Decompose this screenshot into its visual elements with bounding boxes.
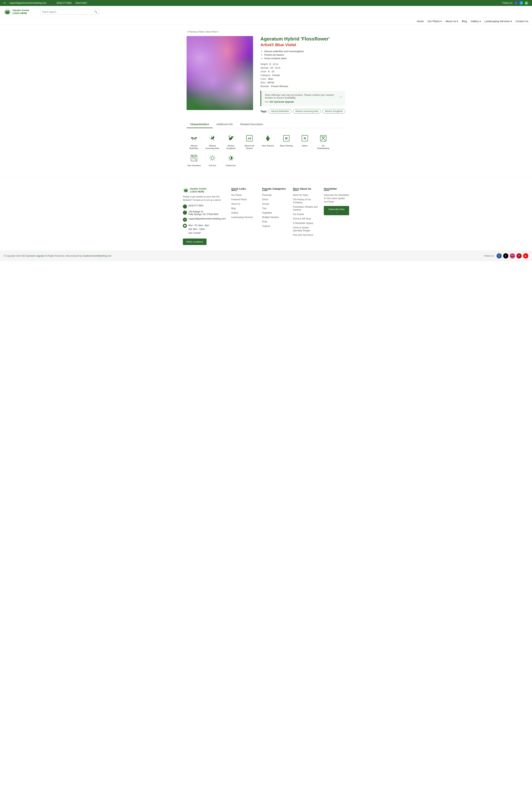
char-label-hummingbirds: Attracts Humming-birds xyxy=(205,144,220,150)
nav-gallery[interactable]: Gallery ▾ xyxy=(471,20,481,23)
svg-line-26 xyxy=(210,156,211,157)
char-label-heat: Heat Tolerant xyxy=(262,144,274,147)
char-partial-sun: Partial Sun xyxy=(224,153,238,167)
cat-shrub[interactable]: Shrub xyxy=(262,198,268,201)
footer-twitter-button[interactable]: ✕ xyxy=(503,253,508,258)
footer-pinterest-button[interactable]: P xyxy=(516,253,522,258)
topbar-facebook-icon[interactable]: f xyxy=(514,1,518,5)
about-history[interactable]: The History of Our Company xyxy=(293,198,311,204)
cat-rose[interactable]: Rose xyxy=(262,220,267,223)
char-label-deer-resistant: Deer Resistant xyxy=(187,164,201,167)
nav-contact[interactable]: Contact Us xyxy=(516,20,528,23)
footer-follow-label: Follow Us: xyxy=(484,255,494,257)
about-home-garden[interactable]: Home & Garden Specialty Shoppe xyxy=(293,226,310,232)
footer-instagram-button[interactable]: 📷 xyxy=(510,253,515,258)
nav-home[interactable]: Home xyxy=(417,20,424,23)
header: Garden Center LOGO HERE 🔍 xyxy=(0,6,532,18)
hummingbird-icon xyxy=(208,134,217,143)
about-title: More About Us xyxy=(293,187,318,190)
next-plant-link[interactable]: Next Plant » xyxy=(206,30,219,33)
cat-multiple-varieties[interactable]: Multiple Varieties xyxy=(262,216,279,219)
cat-annual[interactable]: Annual xyxy=(262,203,269,205)
tag-butterflies[interactable]: Attracts Butterflies xyxy=(269,109,291,113)
top-help[interactable]: Need Help? xyxy=(76,2,87,4)
char-no-deadheading: No Deadheading xyxy=(316,134,331,150)
categories-title: Popular Categories xyxy=(262,187,287,190)
tag-hummingbirds[interactable]: Attracts Humming-birds xyxy=(293,109,321,113)
plant-specs: Height: 8 - 12 in Spread: 10 - 12 in Zon… xyxy=(261,63,345,88)
footer-email: ✉ support@gardencentermarketing.com xyxy=(183,217,226,222)
subscribe-button[interactable]: Subscribe Now → xyxy=(324,206,349,215)
partial-sun-icon xyxy=(226,153,235,163)
nav-our-plants[interactable]: Our Plants ▾ xyxy=(428,20,442,23)
quote-author: IGC Quicksite Upgrade xyxy=(270,101,294,103)
plant-detail: Ageratum Hybrid 'Flossflower' Artist® Bl… xyxy=(187,36,345,113)
char-native: N Native xyxy=(298,134,312,150)
quick-link-about-us[interactable]: About Us xyxy=(231,203,240,205)
songbird-icon xyxy=(226,134,235,143)
char-attracts-songbirds: Attracts Songbirds xyxy=(224,134,238,150)
footer-youtube-button[interactable]: ▶ xyxy=(523,253,528,258)
topbar-twitter-icon[interactable]: t xyxy=(519,1,523,5)
main-nav: Home Our Plants ▾ About Us ▾ Blog Galler… xyxy=(0,18,532,25)
quick-link-blog[interactable]: Blog xyxy=(231,207,236,210)
footer-phone: 📞 (919) 577-9901 xyxy=(183,204,226,208)
prev-plant-link[interactable]: « Previous Plant xyxy=(187,30,204,33)
plant-title: Ageratum Hybrid 'Flossflower' xyxy=(261,36,345,42)
feature-2: Flowers all season xyxy=(264,53,345,56)
quick-link-landscaping[interactable]: Landscaping Services xyxy=(231,216,253,219)
gcm-link[interactable]: GardenCenterMarketing.com xyxy=(83,255,111,257)
tag-songbirds[interactable]: Attracts Songbirds xyxy=(322,109,345,113)
nav-about-us[interactable]: About Us ▾ xyxy=(445,20,458,23)
other-locations-button[interactable]: Other Locations xyxy=(183,238,207,245)
no-deadheading-icon xyxy=(319,134,328,143)
char-deer-resistant: Deer Resistant xyxy=(187,153,201,167)
logo[interactable]: Garden Center LOGO HERE xyxy=(4,8,29,16)
top-email[interactable]: support@gardencentermarketing.com xyxy=(9,2,46,4)
nav-blog[interactable]: Blog xyxy=(462,20,467,23)
footer-newsletter-col: Newsletter Subscribe Our Newsletter To G… xyxy=(324,187,349,245)
categories-divider xyxy=(262,190,268,191)
svg-text:M: M xyxy=(285,137,287,140)
full-sun-icon xyxy=(208,153,217,163)
cat-vegetable[interactable]: Vegetable xyxy=(262,212,272,214)
cat-perennial[interactable]: Perennial xyxy=(262,194,271,196)
plant-photo xyxy=(187,36,253,110)
search-icon[interactable]: 🔍 xyxy=(94,10,97,13)
plant-features: Attracts butterflies and hummingbirds Fl… xyxy=(261,50,345,60)
tags-row: Tags: Attracts Butterflies Attracts Humm… xyxy=(261,109,345,113)
plant-quote: Plant offerings may vary by location. Pl… xyxy=(261,91,345,106)
top-bar-right: Follow Us: f t g+ xyxy=(502,1,528,5)
igc-link[interactable]: IGC Quicksite Upgrade xyxy=(22,255,44,257)
char-attracts-butterflies: Attracts Butterflies xyxy=(187,134,201,150)
quick-link-featured-plants[interactable]: Featured Plants xyxy=(231,198,247,201)
top-phone[interactable]: (919) 577-9901 xyxy=(57,2,72,4)
about-pots[interactable]: Pots and Yard Decor xyxy=(293,234,313,236)
footer-facebook-button[interactable]: f xyxy=(496,253,502,258)
tab-detailed-description[interactable]: Detailed Description xyxy=(236,121,267,128)
about-events[interactable]: Our Events xyxy=(293,213,304,216)
about-poinsettias[interactable]: Poinsettias, Wreaths and Garland xyxy=(293,205,318,211)
quote-dash xyxy=(265,102,269,102)
mass-planting-icon: M xyxy=(282,134,291,143)
quick-link-our-plants[interactable]: Our Plants xyxy=(231,194,242,196)
cat-tropical[interactable]: Tropical xyxy=(262,225,270,228)
categories-list: Perennial Shrub Annual Tree Vegetable Mu… xyxy=(262,194,287,228)
search-input[interactable] xyxy=(42,11,93,13)
tab-additional-info[interactable]: Additional Info xyxy=(213,121,236,128)
about-meet-team[interactable]: Meet Our Team xyxy=(293,194,308,196)
nav-landscaping[interactable]: Landscaping Services ▾ xyxy=(484,20,512,23)
tab-characteristics[interactable]: Characteristics xyxy=(187,121,213,128)
topbar-googleplus-icon[interactable]: g+ xyxy=(525,1,528,5)
about-florist[interactable]: Florist & Gift Shop xyxy=(293,217,311,220)
quick-link-gallery[interactable]: Gallery xyxy=(231,212,238,214)
spec-height: Height: 8 - 12 in xyxy=(261,63,345,66)
clock-icon: 🕐 xyxy=(183,224,187,228)
footer-logo-image xyxy=(183,187,189,193)
footer-logo: Garden Center LOGO HERE xyxy=(183,187,226,193)
footer-desc: Ready to get started on your new IGC Web… xyxy=(183,195,226,202)
footer-grid: Garden Center LOGO HERE Ready to get sta… xyxy=(183,187,349,245)
about-enewsletter[interactable]: E-Newsletter Signup xyxy=(293,222,313,224)
svg-line-35 xyxy=(229,156,229,157)
cat-tree[interactable]: Tree xyxy=(262,207,267,210)
